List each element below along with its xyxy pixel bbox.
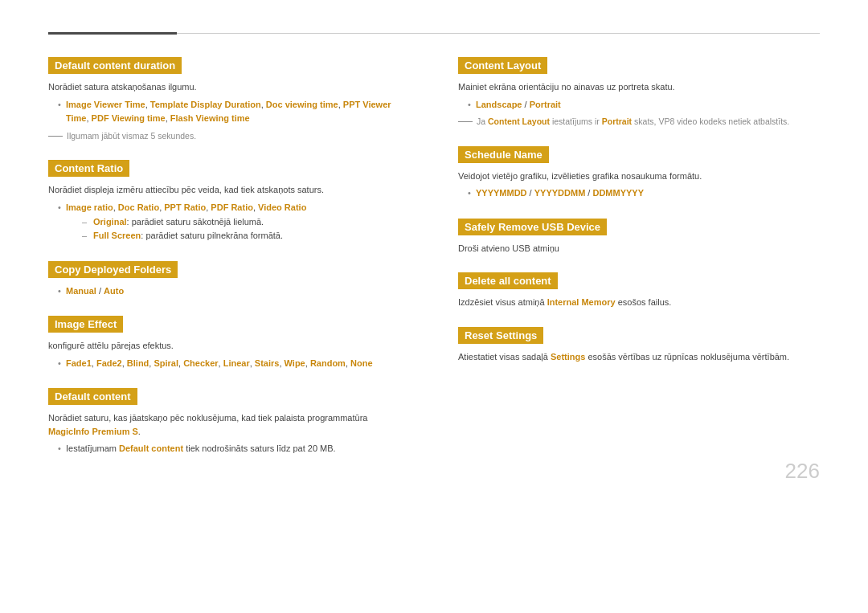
desc-default-content: Norādiet saturu, kas jāatskaņo pēc noklu… (48, 411, 410, 438)
heading-content-layout: Content Layout (458, 57, 547, 74)
list-item: Image ratio, Doc Ratio, PPT Ratio, PDF R… (58, 201, 410, 243)
desc-default-content-duration: Norādiet satura atskaņošanas ilgumu. (48, 80, 410, 94)
section-default-content-duration: Default content duration Norādiet satura… (48, 57, 410, 142)
term: PDF Ratio (211, 202, 253, 212)
bullets-content-layout: Landscape / Portrait (458, 98, 820, 112)
heading-default-content: Default content (48, 388, 137, 405)
term: Auto (104, 286, 124, 296)
term: YYYYDDMM (534, 188, 586, 198)
text: : parādiet saturu sākotnējā lielumā. (127, 217, 264, 227)
desc-schedule-name: Veidojot vietējo grafiku, izvēlieties gr… (458, 170, 820, 183)
term: Manual (66, 286, 96, 296)
sub-list-item: Full Screen: parādiet saturu pilnekrāna … (82, 229, 410, 243)
term: Stairs (255, 358, 280, 368)
note-dash-line (48, 136, 63, 137)
term: Settings (551, 352, 585, 362)
text: / (522, 100, 529, 109)
section-delete-all-content: Delete all content Izdzēsiet visus atmiņ… (458, 272, 820, 309)
text: : parādiet saturu pilnekrāna formātā. (141, 231, 283, 240)
right-column: Content Layout Mainiet ekrāna orientācij… (458, 57, 820, 474)
list-item: YYYYMMDD / YYYYDDMM / DDMMYYYY (468, 186, 820, 201)
section-schedule-name: Schedule Name Veidojot vietējo grafiku, … (458, 146, 820, 201)
text: / (96, 286, 104, 296)
section-content-layout: Content Layout Mainiet ekrāna orientācij… (458, 57, 820, 129)
term: Doc Ratio (118, 202, 159, 212)
desc-reset-settings: Atiestatiet visas sadaļā Settings esošās… (458, 350, 820, 364)
term: Original (93, 217, 127, 227)
top-rules (48, 32, 820, 35)
text: / (527, 188, 534, 198)
term: Checker (183, 358, 218, 368)
term: Doc viewing time (266, 100, 338, 109)
bullets-default-content: Iestatījumam Default content tiek nodroš… (48, 442, 410, 456)
list-item: Fade1, Fade2, Blind, Spiral, Checker, Li… (58, 357, 410, 371)
page-number: 226 (785, 459, 820, 484)
heading-reset-settings: Reset Settings (458, 327, 543, 344)
term: Image ratio (66, 202, 113, 212)
bullets-default-content-duration: Image Viewer Time, Template Display Dura… (48, 98, 410, 126)
term: Portrait (602, 116, 632, 126)
heading-safely-remove-usb: Safely Remove USB Device (458, 219, 607, 235)
term: Portrait (530, 100, 561, 109)
desc-image-effect: konfigurē attēlu pārejas efektus. (48, 339, 410, 353)
term: Image Viewer Time (66, 100, 145, 109)
bullets-image-effect: Fade1, Fade2, Blind, Spiral, Checker, Li… (48, 357, 410, 371)
left-column: Default content duration Norādiet satura… (48, 57, 410, 474)
heading-default-content-duration: Default content duration (48, 57, 182, 74)
term: Random (310, 358, 346, 368)
heading-content-ratio: Content Ratio (48, 160, 129, 177)
sub-list-content-ratio: Original: parādiet saturu sākotnējā liel… (66, 215, 410, 243)
term: Default content (119, 443, 183, 453)
term: Internal Memory (547, 297, 616, 307)
desc-safely-remove-usb: Droši atvieno USB atmiņu (458, 242, 820, 255)
term: Fade1 (66, 358, 92, 368)
term: Flash Viewing time (170, 113, 250, 123)
term: Video Ratio (258, 202, 306, 212)
list-item: Manual / Auto (58, 284, 410, 299)
term: Spiral (154, 358, 178, 368)
term: YYYYMMDD (476, 188, 527, 198)
heading-schedule-name: Schedule Name (458, 146, 549, 163)
heading-delete-all-content: Delete all content (458, 272, 558, 289)
rule-dark (48, 32, 177, 35)
term: Linear (223, 358, 250, 368)
section-reset-settings: Reset Settings Atiestatiet visas sadaļā … (458, 327, 820, 364)
desc-delete-all-content: Izdzēsiet visus atmiņā Internal Memory e… (458, 296, 820, 309)
bullets-copy-deployed-folders: Manual / Auto (48, 284, 410, 299)
heading-copy-deployed-folders: Copy Deployed Folders (48, 261, 178, 278)
term: Blind (127, 358, 149, 368)
note-default-content-duration: Ilgumam jābūt vismaz 5 sekundes. (48, 130, 410, 143)
desc-content-layout: Mainiet ekrāna orientāciju no ainavas uz… (458, 80, 820, 94)
bullets-schedule-name: YYYYMMDD / YYYYDDMM / DDMMYYYY (458, 186, 820, 201)
page-container: Default content duration Norādiet satura… (0, 0, 868, 506)
note-content-layout: Ja Content Layout iestatījums ir Portrai… (458, 116, 820, 129)
section-default-content: Default content Norādiet saturu, kas jāa… (48, 388, 410, 456)
term: MagicInfo Premium S (48, 427, 138, 436)
section-content-ratio: Content Ratio Norādiet displeja izmēru a… (48, 160, 410, 243)
term: Template Display Duration (150, 100, 261, 109)
section-image-effect: Image Effect konfigurē attēlu pārejas ef… (48, 316, 410, 370)
desc-content-ratio: Norādiet displeja izmēru attiecību pēc v… (48, 183, 410, 197)
bullets-content-ratio: Image ratio, Doc Ratio, PPT Ratio, PDF R… (48, 201, 410, 243)
term: PPT Ratio (164, 202, 206, 212)
term: Fade2 (96, 358, 122, 368)
list-item: Landscape / Portrait (468, 98, 820, 112)
term: Content Layout (488, 116, 550, 126)
term: Wipe (285, 358, 305, 368)
note-text: Ja Content Layout iestatījums ir Portrai… (477, 116, 789, 129)
rule-light (177, 33, 820, 34)
columns: Default content duration Norādiet satura… (48, 57, 820, 474)
heading-image-effect: Image Effect (48, 316, 123, 333)
term: DDMMYYYY (592, 188, 644, 198)
term: Full Screen (93, 231, 141, 240)
section-copy-deployed-folders: Copy Deployed Folders Manual / Auto (48, 261, 410, 299)
list-item: Iestatījumam Default content tiek nodroš… (58, 442, 410, 456)
term: PDF Viewing time (92, 113, 166, 123)
sub-list-item: Original: parādiet saturu sākotnējā liel… (82, 215, 410, 230)
term: None (350, 358, 373, 368)
note-text: Ilgumam jābūt vismaz 5 sekundes. (67, 130, 196, 143)
note-dash-line (458, 121, 473, 122)
term: Landscape (476, 100, 522, 109)
section-safely-remove-usb: Safely Remove USB Device Droši atvieno U… (458, 219, 820, 255)
list-item: Image Viewer Time, Template Display Dura… (58, 98, 410, 126)
